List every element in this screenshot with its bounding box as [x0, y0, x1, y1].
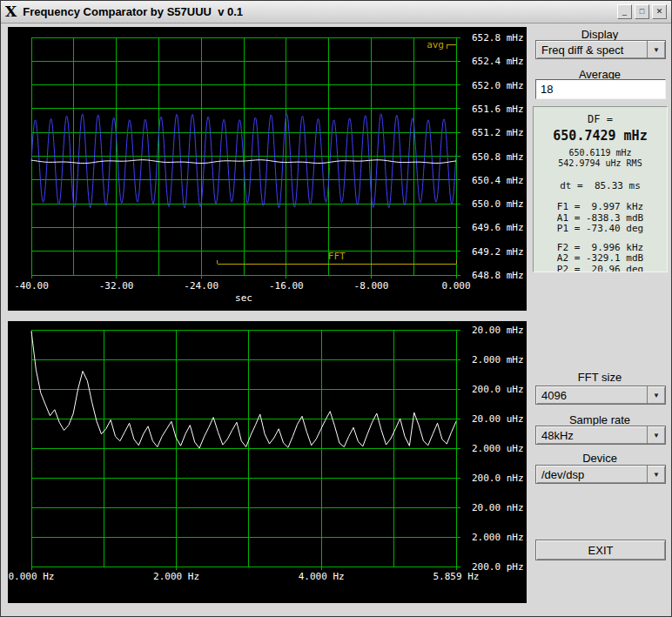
df-rms: 542.9794 uHz RMS [534, 158, 667, 169]
fft-size-label: FFT size [528, 371, 671, 384]
svg-text:20.00 uHz: 20.00 uHz [472, 413, 524, 425]
svg-text:651.2 mHz: 651.2 mHz [472, 127, 524, 138]
df-secondary: 650.6119 mHz [534, 148, 667, 158]
svg-text:651.6 mHz: 651.6 mHz [472, 104, 524, 115]
svg-text:4.000 Hz: 4.000 Hz [299, 571, 345, 582]
p2-readout: P2 = 20.96 deg [534, 265, 667, 273]
window-title: Frequency Comparator by S57UUU v 0.1 [23, 5, 243, 18]
svg-text:-32.00: -32.00 [99, 280, 134, 292]
spectrum-panel: 20.00 mHz2.000 mHz200.0 uHz20.00 uHz2.00… [8, 321, 527, 603]
chevron-down-icon: ▼ [647, 386, 665, 404]
svg-text:2.000 nHz: 2.000 nHz [472, 532, 524, 543]
sample-rate-label: Sample rate [528, 413, 671, 426]
svg-text:-40.00: -40.00 [14, 280, 49, 292]
display-value: Freq diff & spect [536, 41, 647, 58]
svg-text:649.6 mHz: 649.6 mHz [472, 222, 524, 233]
chevron-down-icon: ▼ [647, 41, 665, 58]
fft-size-value: 4096 [536, 386, 647, 404]
exit-button[interactable]: EXIT [535, 540, 666, 560]
device-value: /dev/dsp [536, 466, 647, 483]
freq-diff-chart: 652.8 mHz652.4 mHz652.0 mHz651.6 mHz651.… [8, 27, 527, 311]
svg-text:650.0 mHz: 650.0 mHz [472, 198, 524, 210]
device-combobox[interactable]: /dev/dsp ▼ [535, 465, 666, 484]
svg-text:2.000 mHz: 2.000 mHz [472, 354, 524, 366]
svg-text:0.000: 0.000 [441, 280, 470, 292]
measurement-readout: DF = 650.7429 mHz 650.6119 mHz 542.9794 … [533, 106, 668, 272]
x-window-logo-icon: X [5, 4, 17, 19]
svg-text:5.859 Hz: 5.859 Hz [433, 571, 480, 582]
svg-text:0.000 Hz: 0.000 Hz [9, 571, 55, 582]
maximize-button[interactable]: □ [635, 4, 649, 19]
svg-text:20.00 mHz: 20.00 mHz [472, 325, 524, 336]
a2-readout: A2 = -329.1 mdB [534, 253, 667, 265]
svg-text:2.000 Hz: 2.000 Hz [153, 571, 199, 582]
display-combobox[interactable]: Freq diff & spect ▼ [535, 40, 666, 59]
spectrum-chart: 20.00 mHz2.000 mHz200.0 uHz20.00 uHz2.00… [8, 321, 527, 603]
svg-text:200.0 pHz: 200.0 pHz [472, 561, 524, 573]
device-label: Device [528, 452, 671, 465]
sample-rate-value: 48kHz [536, 426, 647, 444]
svg-text:200.0 uHz: 200.0 uHz [472, 384, 524, 395]
svg-text:652.0 mHz: 652.0 mHz [472, 80, 524, 91]
svg-text:652.8 mHz: 652.8 mHz [472, 32, 524, 44]
chevron-down-icon: ▼ [647, 466, 665, 483]
average-input[interactable] [535, 79, 666, 99]
svg-text:652.4 mHz: 652.4 mHz [472, 56, 524, 67]
window-titlebar[interactable]: X Frequency Comparator by S57UUU v 0.1 _… [1, 1, 671, 23]
control-sidebar: Display Freq diff & spect ▼ Average DF =… [528, 23, 671, 616]
app-window: X Frequency Comparator by S57UUU v 0.1 _… [0, 0, 672, 617]
freq-diff-panel: 652.8 mHz652.4 mHz652.0 mHz651.6 mHz651.… [8, 27, 527, 311]
svg-text:-16.00: -16.00 [269, 280, 304, 292]
f1-readout: F1 = 9.997 kHz [534, 202, 667, 213]
df-value: 650.7429 mHz [534, 128, 667, 144]
dt-readout: dt = 85.33 ms [534, 180, 667, 191]
svg-text:FFT: FFT [328, 251, 346, 262]
svg-text:648.8 mHz: 648.8 mHz [472, 270, 524, 281]
svg-text:-8.000: -8.000 [354, 280, 389, 292]
svg-text:649.2 mHz: 649.2 mHz [472, 246, 524, 258]
window-controls: _ □ ✕ [617, 4, 667, 19]
svg-text:200.0 nHz: 200.0 nHz [472, 473, 524, 484]
svg-text:sec: sec [235, 292, 252, 304]
close-button[interactable]: ✕ [652, 4, 667, 19]
p1-readout: P1 = -73.40 deg [534, 224, 667, 235]
sample-rate-combobox[interactable]: 48kHz ▼ [535, 426, 666, 445]
chevron-down-icon: ▼ [647, 426, 665, 444]
svg-text:650.8 mHz: 650.8 mHz [472, 151, 524, 163]
fft-size-combobox[interactable]: 4096 ▼ [535, 386, 666, 405]
svg-text:-24.00: -24.00 [184, 280, 218, 292]
svg-text:20.00 nHz: 20.00 nHz [472, 502, 524, 513]
svg-text:avg: avg [427, 39, 444, 50]
df-label: DF = [534, 113, 667, 125]
minimize-button[interactable]: _ [617, 4, 632, 19]
svg-text:2.000 uHz: 2.000 uHz [472, 443, 524, 454]
svg-text:650.4 mHz: 650.4 mHz [472, 175, 524, 186]
display-label: Display [528, 28, 671, 41]
